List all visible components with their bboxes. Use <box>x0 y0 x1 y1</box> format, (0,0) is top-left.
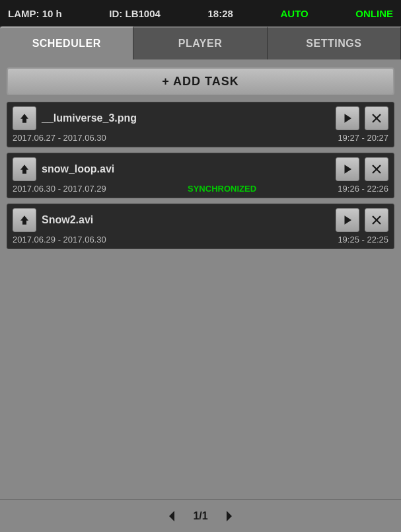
svg-marker-9 <box>345 215 352 225</box>
delete-button-3[interactable] <box>365 208 388 232</box>
connection-status: ONLINE <box>355 8 393 19</box>
task-times-3: 19:25 - 22:25 <box>338 235 388 245</box>
current-time: 18:28 <box>207 8 233 19</box>
status-bar: LAMP: 10 h ID: LB1004 18:28 AUTO ONLINE <box>0 0 401 26</box>
close-icon <box>371 214 383 226</box>
upload-icon <box>18 163 30 175</box>
task-dates-1: 2017.06.27 - 2017.06.30 <box>13 133 106 143</box>
play-icon <box>342 214 353 226</box>
prev-page-button[interactable] <box>161 506 182 527</box>
svg-marker-4 <box>20 165 28 174</box>
page-info: 1/1 <box>193 510 207 522</box>
sync-status-2: SYNCHRONIZED <box>188 184 256 194</box>
lamp-status: LAMP: 10 h <box>8 8 62 19</box>
svg-marker-13 <box>227 511 232 521</box>
task-list: __lumiverse_3.png 2017.06.27 - 2017.06.3… <box>7 102 394 249</box>
task-times-1: 19:27 - 20:27 <box>338 133 388 143</box>
tab-player[interactable]: PLAYER <box>133 26 267 59</box>
svg-marker-5 <box>345 165 352 174</box>
task-card: __lumiverse_3.png 2017.06.27 - 2017.06.3… <box>7 102 394 147</box>
delete-button-1[interactable] <box>365 106 388 130</box>
upload-button-3[interactable] <box>13 208 36 232</box>
upload-button-1[interactable] <box>13 106 36 130</box>
play-button-3[interactable] <box>336 208 359 232</box>
task-filename-2: snow_loop.avi <box>42 163 330 175</box>
play-button-2[interactable] <box>336 157 359 181</box>
task-card-top: snow_loop.avi <box>13 157 388 181</box>
delete-button-2[interactable] <box>365 157 388 181</box>
task-card: Snow2.avi 2017.06.29 - 2017.06.30 19:25 … <box>7 204 394 249</box>
tab-bar: SCHEDULER PLAYER SETTINGS <box>0 26 401 59</box>
svg-marker-1 <box>345 114 352 123</box>
task-filename-3: Snow2.avi <box>42 214 330 226</box>
chevron-right-icon <box>223 510 236 523</box>
close-icon <box>371 112 383 124</box>
svg-marker-12 <box>169 511 174 521</box>
task-card-top: Snow2.avi <box>13 208 388 232</box>
mode-status: AUTO <box>280 8 308 19</box>
tab-scheduler[interactable]: SCHEDULER <box>0 26 133 59</box>
add-task-button[interactable]: + ADD TASK <box>7 67 394 95</box>
task-card-bottom-3: 2017.06.29 - 2017.06.30 19:25 - 22:25 <box>13 235 388 245</box>
svg-marker-0 <box>20 114 28 123</box>
task-filename-1: __lumiverse_3.png <box>42 112 330 124</box>
tab-settings[interactable]: SETTINGS <box>268 26 401 59</box>
next-page-button[interactable] <box>219 506 240 527</box>
play-icon <box>342 163 353 175</box>
task-dates-2: 2017.06.30 - 2017.07.29 <box>13 184 106 194</box>
task-times-2: 19:26 - 22:26 <box>338 184 388 194</box>
upload-icon <box>18 214 30 226</box>
task-card-bottom-2: 2017.06.30 - 2017.07.29 SYNCHRONIZED 19:… <box>13 184 388 194</box>
pagination-bar: 1/1 <box>0 499 401 532</box>
task-card: snow_loop.avi 2017.06.30 - 2017.07.29 SY… <box>7 153 394 198</box>
chevron-left-icon <box>165 510 178 523</box>
main-content: + ADD TASK __lumiverse_3.png <box>0 59 401 499</box>
play-icon <box>342 112 353 124</box>
close-icon <box>371 163 383 175</box>
upload-icon <box>18 112 30 124</box>
play-button-1[interactable] <box>336 106 359 130</box>
task-card-top: __lumiverse_3.png <box>13 106 388 130</box>
device-id: ID: LB1004 <box>109 8 161 19</box>
task-dates-3: 2017.06.29 - 2017.06.30 <box>13 235 106 245</box>
task-card-bottom-1: 2017.06.27 - 2017.06.30 19:27 - 20:27 <box>13 133 388 143</box>
svg-marker-8 <box>20 215 28 225</box>
upload-button-2[interactable] <box>13 157 36 181</box>
